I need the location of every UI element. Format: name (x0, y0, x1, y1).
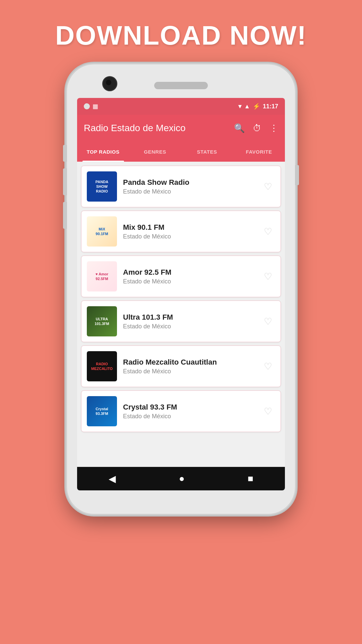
phone-btn-left-3 (63, 202, 67, 229)
screen-content: ▦ ▾ ▲ ⚡ 11:17 Radio Estado de Mexico 🔍 ⏱ (77, 98, 285, 490)
tab-genres[interactable]: GENRES (129, 142, 181, 162)
timer-icon[interactable]: ⏱ (253, 123, 261, 133)
radio-logo: ULTRA 101.3FM (87, 306, 117, 336)
radio-name: Panda Show Radio (123, 178, 260, 187)
tab-favorite[interactable]: FAVORITE (233, 142, 285, 162)
radio-info: Crystal 93.3 FM Estado de México (123, 403, 260, 420)
radio-logo: RADIO MEZCALITO (87, 351, 117, 381)
back-button[interactable]: ◀ (109, 473, 116, 484)
phone-shell: ▦ ▾ ▲ ⚡ 11:17 Radio Estado de Mexico 🔍 ⏱ (67, 64, 295, 514)
phone-btn-left-1 (63, 145, 67, 162)
radio-location: Estado de México (123, 413, 260, 420)
list-item[interactable]: Crystal 93.3FM Crystal 93.3 FM Estado de… (81, 390, 281, 432)
radio-name: Crystal 93.3 FM (123, 403, 260, 412)
tab-bar: TOP RADIOS GENRES STATES FAVORITE (77, 142, 285, 162)
radio-location: Estado de México (123, 233, 260, 240)
phone-camera (102, 76, 117, 91)
radio-info: Radio Mezcalito Cuautitlan Estado de Méx… (123, 358, 260, 375)
status-bar: ▦ ▾ ▲ ⚡ 11:17 (77, 98, 285, 115)
radio-name: Ultra 101.3 FM (123, 313, 260, 322)
recents-button[interactable]: ■ (248, 473, 253, 484)
list-item[interactable]: PANDA SHOW RADIO Panda Show Radio Estado… (81, 166, 281, 207)
tab-top-radios[interactable]: TOP RADIOS (77, 142, 129, 162)
radio-name: Amor 92.5 FM (123, 268, 260, 277)
favorite-button[interactable]: ♡ (260, 269, 275, 284)
radio-logo: ♥ Amor 92.5FM (87, 261, 117, 291)
radio-logo: PANDA SHOW RADIO (87, 171, 117, 202)
radio-location: Estado de México (123, 368, 260, 375)
battery-icon: ⚡ (253, 103, 260, 110)
radio-logo: MiX 90.1FM (87, 216, 117, 247)
phone-btn-left-2 (63, 168, 67, 195)
status-right: ▾ ▲ ⚡ 11:17 (238, 103, 278, 110)
time-display: 11:17 (263, 103, 278, 110)
favorite-button[interactable]: ♡ (260, 404, 275, 419)
list-item[interactable]: ♥ Amor 92.5FM Amor 92.5 FM Estado de Méx… (81, 256, 281, 297)
status-left: ▦ (84, 103, 98, 110)
radio-info: Ultra 101.3 FM Estado de México (123, 313, 260, 330)
notification-icon-2: ▦ (93, 103, 98, 110)
app-bar: Radio Estado de Mexico 🔍 ⏱ ⋮ (77, 115, 285, 142)
favorite-button[interactable]: ♡ (260, 179, 275, 194)
bottom-nav: ◀ ● ■ (77, 467, 285, 490)
radio-location: Estado de México (123, 323, 260, 330)
radio-location: Estado de México (123, 188, 260, 195)
search-icon[interactable]: 🔍 (234, 123, 245, 133)
phone-speaker (154, 82, 208, 89)
radio-info: Mix 90.1 FM Estado de México (123, 223, 260, 240)
radio-info: Panda Show Radio Estado de México (123, 178, 260, 195)
wifi-icon: ▾ (238, 103, 241, 110)
app-title: Radio Estado de Mexico (84, 123, 234, 133)
phone-screen: ▦ ▾ ▲ ⚡ 11:17 Radio Estado de Mexico 🔍 ⏱ (77, 98, 285, 490)
favorite-button[interactable]: ♡ (260, 224, 275, 239)
radio-logo: Crystal 93.3FM (87, 396, 117, 426)
download-banner: DOWNLOAD NOW! (0, 0, 362, 64)
radio-list: PANDA SHOW RADIO Panda Show Radio Estado… (77, 162, 285, 467)
phone-btn-right (295, 165, 299, 185)
signal-icon: ▲ (244, 103, 250, 110)
more-options-icon[interactable]: ⋮ (269, 123, 278, 133)
list-item[interactable]: RADIO MEZCALITO Radio Mezcalito Cuautitl… (81, 345, 281, 387)
list-item[interactable]: MiX 90.1FM Mix 90.1 FM Estado de México … (81, 211, 281, 252)
app-bar-actions: 🔍 ⏱ ⋮ (234, 123, 278, 133)
banner-title: DOWNLOAD NOW! (0, 20, 362, 51)
notification-icon-1 (84, 103, 90, 109)
radio-name: Mix 90.1 FM (123, 223, 260, 232)
list-item[interactable]: ULTRA 101.3FM Ultra 101.3 FM Estado de M… (81, 301, 281, 342)
radio-info: Amor 92.5 FM Estado de México (123, 268, 260, 285)
favorite-button[interactable]: ♡ (260, 359, 275, 374)
favorite-button[interactable]: ♡ (260, 314, 275, 329)
phone-wrapper: ▦ ▾ ▲ ⚡ 11:17 Radio Estado de Mexico 🔍 ⏱ (67, 64, 295, 517)
home-button[interactable]: ● (179, 473, 185, 484)
radio-name: Radio Mezcalito Cuautitlan (123, 358, 260, 367)
tab-states[interactable]: STATES (181, 142, 233, 162)
radio-location: Estado de México (123, 278, 260, 285)
